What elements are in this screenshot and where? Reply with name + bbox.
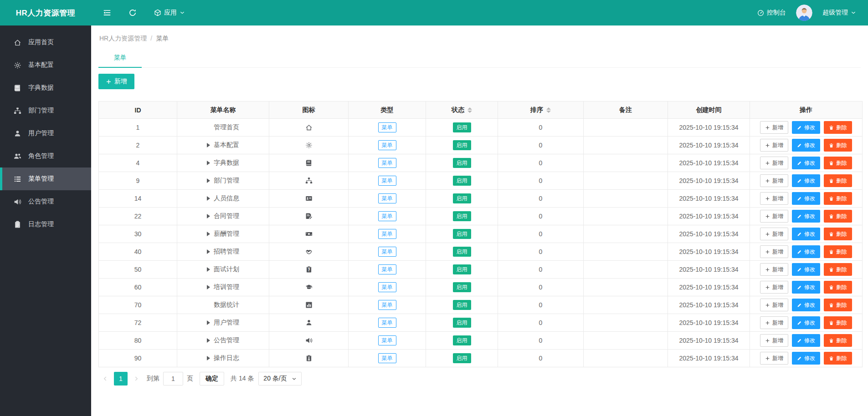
sidebar-item-list[interactable]: 菜单管理	[0, 167, 91, 190]
sort-carets-icon[interactable]	[467, 107, 472, 113]
breadcrumb-root[interactable]: HR人力资源管理	[99, 35, 147, 42]
row-edit-button[interactable]: 修改	[792, 210, 820, 223]
cell-created: 2025-10-10 19:15:34	[668, 261, 750, 279]
row-add-button[interactable]: 新增	[760, 281, 788, 294]
row-delete-button[interactable]: 删除	[824, 299, 852, 311]
expand-arrow-icon[interactable]	[207, 143, 210, 147]
current-page-button[interactable]: 1	[114, 372, 128, 386]
expand-arrow-icon[interactable]	[207, 338, 210, 343]
menu-name: 用户管理	[214, 319, 239, 326]
row-delete-button[interactable]: 删除	[824, 210, 852, 223]
row-delete-button[interactable]: 删除	[824, 334, 852, 347]
type-badge: 菜单	[378, 229, 396, 239]
row-delete-button[interactable]: 删除	[824, 352, 852, 365]
row-edit-button[interactable]: 修改	[792, 245, 820, 258]
sidebar-item-user[interactable]: 用户管理	[0, 122, 91, 145]
expand-arrow-icon[interactable]	[207, 285, 210, 289]
refresh-icon[interactable]	[128, 9, 137, 17]
page-number-input[interactable]	[163, 372, 183, 386]
row-edit-button[interactable]: 修改	[792, 263, 820, 276]
sidebar-item-clipboard[interactable]: 日志管理	[0, 213, 91, 236]
row-edit-button[interactable]: 修改	[792, 192, 820, 205]
table-row: 9 部门管理 菜单 启用 0 2025-10-10 19:15:34 新增修改删…	[99, 172, 863, 190]
next-page-button[interactable]	[129, 372, 143, 386]
row-delete-button[interactable]: 删除	[824, 174, 852, 187]
type-badge: 菜单	[378, 176, 396, 186]
user-menu[interactable]: 超级管理	[822, 9, 856, 17]
row-edit-button[interactable]: 修改	[792, 299, 820, 311]
column-header[interactable]: 排序	[498, 101, 584, 119]
expand-arrow-icon[interactable]	[207, 161, 210, 165]
pencil-icon	[797, 214, 802, 219]
row-delete-button[interactable]: 删除	[824, 121, 852, 134]
cell-remark	[584, 225, 668, 243]
cell-created: 2025-10-10 19:15:34	[668, 119, 750, 137]
expand-arrow-icon[interactable]	[207, 249, 210, 254]
expand-arrow-icon[interactable]	[207, 320, 210, 325]
cell-type: 菜单	[349, 137, 426, 154]
prev-page-button[interactable]	[98, 372, 112, 386]
confirm-page-button[interactable]: 确定	[200, 372, 224, 386]
expand-arrow-icon[interactable]	[207, 214, 210, 218]
row-edit-button[interactable]: 修改	[792, 352, 820, 365]
row-add-button[interactable]: 新增	[760, 228, 788, 240]
row-edit-button[interactable]: 修改	[792, 174, 820, 187]
row-add-button[interactable]: 新增	[760, 210, 788, 223]
row-delete-button[interactable]: 删除	[824, 263, 852, 276]
column-header[interactable]: 状态	[426, 101, 498, 119]
sidebar-item-sitemap[interactable]: 部门管理	[0, 99, 91, 122]
app-menu[interactable]: 应用	[154, 9, 185, 17]
expand-arrow-icon[interactable]	[207, 267, 210, 272]
plus-icon	[765, 178, 770, 183]
row-delete-button[interactable]: 删除	[824, 281, 852, 294]
pencil-icon	[797, 178, 802, 183]
sidebar-toggle-icon[interactable]	[103, 9, 111, 17]
sidebar-item-users[interactable]: 角色管理	[0, 145, 91, 167]
row-add-button[interactable]: 新增	[760, 352, 788, 365]
console-link[interactable]: 控制台	[757, 9, 786, 17]
row-delete-button[interactable]: 删除	[824, 316, 852, 329]
tab-menu[interactable]: 菜单	[98, 49, 142, 67]
row-add-button[interactable]: 新增	[760, 299, 788, 311]
row-delete-button[interactable]: 删除	[824, 139, 852, 152]
cell-type: 菜单	[349, 332, 426, 350]
row-edit-button[interactable]: 修改	[792, 281, 820, 294]
cell-remark	[584, 137, 668, 154]
row-add-button[interactable]: 新增	[760, 121, 788, 134]
row-edit-button[interactable]: 修改	[792, 334, 820, 347]
status-badge: 启用	[453, 282, 471, 292]
row-add-button[interactable]: 新增	[760, 263, 788, 276]
sidebar-item-book[interactable]: 字典数据	[0, 76, 91, 99]
row-edit-button[interactable]: 修改	[792, 121, 820, 134]
row-add-button[interactable]: 新增	[760, 334, 788, 347]
row-add-button[interactable]: 新增	[760, 192, 788, 205]
plus-icon	[765, 303, 770, 308]
row-add-button[interactable]: 新增	[760, 157, 788, 169]
expand-arrow-icon[interactable]	[207, 178, 210, 183]
row-add-button[interactable]: 新增	[760, 174, 788, 187]
cell-id: 4	[99, 154, 177, 172]
cell-status: 启用	[426, 172, 498, 190]
row-add-button[interactable]: 新增	[760, 316, 788, 329]
row-delete-button[interactable]: 删除	[824, 245, 852, 258]
row-delete-button[interactable]: 删除	[824, 228, 852, 240]
row-delete-button[interactable]: 删除	[824, 192, 852, 205]
row-delete-button[interactable]: 删除	[824, 157, 852, 169]
page-size-select[interactable]: 20 条/页	[258, 372, 301, 386]
sidebar-item-gear[interactable]: 基本配置	[0, 54, 91, 76]
avatar[interactable]	[796, 5, 812, 21]
sort-carets-icon[interactable]	[546, 107, 551, 113]
row-add-button[interactable]: 新增	[760, 139, 788, 152]
expand-arrow-icon[interactable]	[207, 356, 210, 360]
row-edit-button[interactable]: 修改	[792, 228, 820, 240]
row-edit-button[interactable]: 修改	[792, 316, 820, 329]
cell-created: 2025-10-10 19:15:34	[668, 225, 750, 243]
sidebar-item-home[interactable]: 应用首页	[0, 31, 91, 54]
add-button[interactable]: 新增	[98, 74, 134, 89]
sidebar-item-speaker[interactable]: 公告管理	[0, 190, 91, 213]
expand-arrow-icon[interactable]	[207, 232, 210, 236]
expand-arrow-icon[interactable]	[207, 196, 210, 201]
row-edit-button[interactable]: 修改	[792, 157, 820, 169]
row-add-button[interactable]: 新增	[760, 245, 788, 258]
row-edit-button[interactable]: 修改	[792, 139, 820, 152]
